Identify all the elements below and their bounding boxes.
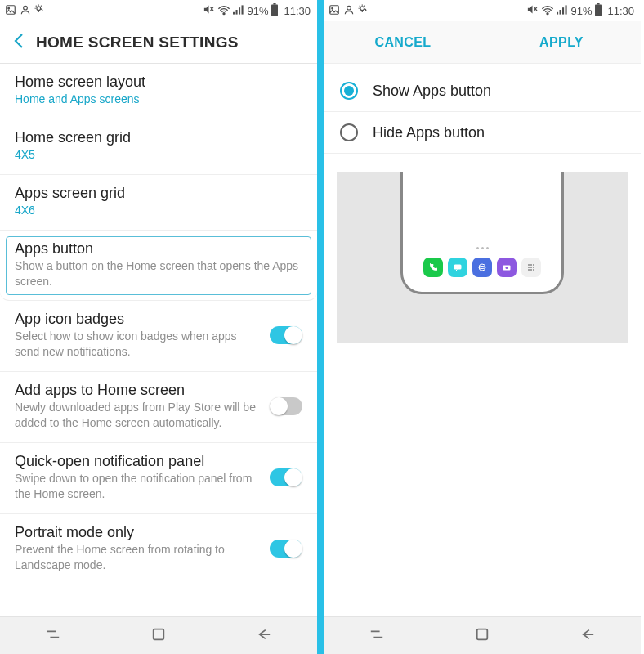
- svg-point-39: [530, 269, 532, 271]
- battery-percent: 91%: [570, 5, 592, 17]
- row-subtitle: Select how to show icon badges when apps…: [15, 329, 258, 360]
- svg-point-17: [360, 6, 364, 10]
- nav-back-icon[interactable]: [255, 627, 273, 645]
- row-icon-badges[interactable]: App icon badges Select how to show icon …: [0, 301, 317, 372]
- radio-icon[interactable]: [340, 82, 358, 100]
- svg-rect-27: [454, 265, 462, 270]
- svg-rect-25: [595, 4, 602, 16]
- signal-icon: [557, 4, 568, 18]
- settings-screen: 91% 11:30 HOME SCREEN SETTINGS Home scre…: [0, 0, 320, 654]
- nav-home-icon[interactable]: [151, 627, 166, 645]
- svg-rect-12: [274, 3, 276, 5]
- row-apps-button[interactable]: Apps button Show a button on the Home sc…: [0, 231, 317, 302]
- row-subtitle: Newly downloaded apps from Play Store wi…: [15, 400, 258, 431]
- preview-area: [337, 172, 628, 343]
- weather-icon: [34, 4, 46, 18]
- svg-point-3: [37, 6, 41, 10]
- row-subtitle: 4X5: [15, 147, 302, 163]
- svg-rect-11: [271, 4, 278, 16]
- row-apps-grid[interactable]: Apps screen grid 4X6: [0, 175, 317, 231]
- svg-rect-23: [562, 7, 564, 14]
- person-icon: [343, 4, 355, 18]
- person-icon: [20, 4, 31, 18]
- svg-point-40: [533, 269, 534, 271]
- battery-percent: 91%: [247, 5, 268, 17]
- radio-show-apps[interactable]: Show Apps button: [324, 70, 641, 112]
- page-title: HOME SCREEN SETTINGS: [36, 34, 239, 52]
- radio-label: Show Apps button: [373, 83, 491, 100]
- toggle-add-apps[interactable]: [270, 397, 302, 415]
- browser-app-icon: [472, 258, 492, 277]
- nav-recents-icon[interactable]: [368, 627, 386, 645]
- row-title: Apps screen grid: [15, 185, 302, 202]
- svg-point-29: [479, 267, 485, 269]
- back-icon[interactable]: [13, 31, 25, 54]
- row-title: Quick-open notification panel: [15, 453, 258, 470]
- phone-app-icon: [423, 258, 443, 277]
- dialog-action-bar: CANCEL APPLY: [324, 21, 641, 64]
- row-home-layout[interactable]: Home screen layout Home and Apps screens: [0, 64, 317, 119]
- settings-list[interactable]: Home screen layout Home and Apps screens…: [0, 64, 317, 616]
- svg-point-31: [506, 267, 508, 269]
- svg-point-6: [223, 12, 225, 14]
- svg-point-16: [347, 6, 351, 10]
- row-subtitle: Prevent the Home screen from rotating to…: [15, 542, 258, 573]
- phone-preview: [400, 172, 564, 294]
- row-title: Add apps to Home screen: [15, 382, 258, 399]
- svg-rect-7: [233, 11, 235, 14]
- row-subtitle: Home and Apps screens: [15, 92, 302, 107]
- svg-rect-26: [597, 3, 600, 5]
- svg-rect-22: [560, 10, 561, 15]
- svg-point-1: [8, 7, 10, 9]
- radio-group: Show Apps button Hide Apps button: [324, 64, 641, 160]
- battery-icon: [271, 3, 279, 19]
- battery-icon: [594, 3, 602, 19]
- svg-rect-10: [242, 5, 244, 14]
- nav-bar: [0, 616, 317, 654]
- mute-icon: [526, 3, 539, 18]
- svg-point-32: [528, 264, 530, 266]
- row-title: Home screen grid: [15, 129, 302, 146]
- nav-home-icon[interactable]: [475, 627, 490, 645]
- svg-rect-9: [239, 7, 240, 14]
- row-quick-panel[interactable]: Quick-open notification panel Swipe down…: [0, 443, 317, 514]
- row-title: Apps button: [15, 240, 302, 258]
- svg-point-35: [528, 267, 530, 268]
- svg-rect-21: [557, 11, 558, 14]
- messages-app-icon: [448, 258, 467, 277]
- nav-recents-icon[interactable]: [44, 627, 62, 645]
- radio-hide-apps[interactable]: Hide Apps button: [324, 112, 641, 154]
- svg-point-36: [530, 267, 532, 268]
- apps-button-dialog-screen: 91% 11:30 CANCEL APPLY Show Apps button …: [320, 0, 641, 654]
- toggle-icon-badges[interactable]: [270, 326, 302, 344]
- apply-button[interactable]: APPLY: [482, 35, 641, 50]
- radio-label: Hide Apps button: [373, 124, 485, 141]
- status-bar: 91% 11:30: [0, 0, 317, 21]
- radio-icon[interactable]: [340, 123, 358, 141]
- svg-point-20: [547, 12, 548, 14]
- cancel-button[interactable]: CANCEL: [324, 35, 482, 50]
- signal-icon: [233, 4, 244, 18]
- toggle-portrait[interactable]: [270, 540, 302, 558]
- image-icon: [329, 4, 340, 18]
- row-subtitle: Swipe down to open the notification pane…: [15, 471, 258, 502]
- row-portrait-only[interactable]: Portrait mode only Prevent the Home scre…: [0, 514, 317, 585]
- svg-point-15: [332, 7, 333, 9]
- mute-icon: [203, 3, 215, 18]
- wifi-icon: [217, 4, 230, 18]
- nav-bar: [324, 616, 641, 654]
- page-indicator: [476, 247, 489, 249]
- row-title: Portrait mode only: [15, 524, 258, 541]
- row-subtitle: 4X6: [15, 203, 302, 218]
- dock: [423, 258, 541, 277]
- camera-app-icon: [497, 258, 517, 277]
- image-icon: [5, 4, 16, 18]
- svg-point-2: [24, 6, 28, 10]
- svg-point-37: [533, 267, 534, 268]
- row-home-grid[interactable]: Home screen grid 4X5: [0, 119, 317, 175]
- nav-back-icon[interactable]: [579, 627, 597, 645]
- row-title: Home screen layout: [15, 74, 302, 91]
- clock-time: 11:30: [284, 5, 311, 17]
- row-add-apps[interactable]: Add apps to Home screen Newly downloaded…: [0, 372, 317, 443]
- toggle-quick-panel[interactable]: [270, 468, 302, 486]
